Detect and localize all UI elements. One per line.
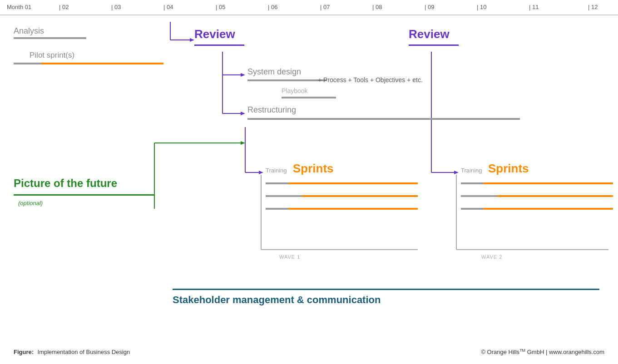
month-label-11: | 11 bbox=[529, 4, 539, 10]
sprints1-label: Sprints bbox=[293, 162, 334, 176]
training1-label: Training bbox=[266, 167, 287, 174]
figure-text: Implementation of Business Design bbox=[38, 349, 130, 355]
month-label-06: | 06 bbox=[268, 4, 277, 10]
wave1-row1-orange bbox=[288, 182, 418, 184]
month-label-10: | 10 bbox=[477, 4, 486, 10]
wave1-row2-orange bbox=[302, 195, 418, 197]
stakeholder-line bbox=[173, 289, 599, 290]
wave2-row3-orange bbox=[484, 208, 613, 210]
restructuring-label: Restructuring bbox=[247, 105, 296, 115]
month-label-02: | 02 bbox=[59, 4, 69, 10]
restructuring-bar bbox=[247, 118, 520, 120]
wave2-row2-orange bbox=[497, 195, 613, 197]
timeline-bar bbox=[0, 0, 618, 15]
system-design-bar bbox=[247, 79, 327, 81]
copyright-container: © Orange HillsTM GmbH | www.orangehills.… bbox=[481, 348, 604, 356]
month-label-04: | 04 bbox=[163, 4, 173, 10]
month-label-05: | 05 bbox=[216, 4, 225, 10]
optional-label: (optional) bbox=[18, 200, 43, 207]
analysis-label: Analysis bbox=[14, 26, 44, 36]
wave1-row3-gray bbox=[266, 208, 288, 210]
wave2-label: WAVE 2 bbox=[481, 254, 502, 260]
system-design-label: System design bbox=[247, 67, 301, 77]
svg-marker-5 bbox=[241, 73, 245, 77]
review2-underline bbox=[409, 44, 459, 46]
month-label-08: | 08 bbox=[372, 4, 382, 10]
month-label-03: | 03 bbox=[111, 4, 121, 10]
review2-label: Review bbox=[409, 27, 450, 41]
wave1-row3-orange bbox=[288, 208, 418, 210]
pilot-sprints-label: Pilot sprint(s) bbox=[30, 51, 74, 60]
figure-container: Figure: Implementation of Business Desig… bbox=[14, 348, 130, 356]
picture-future-underline bbox=[14, 194, 154, 196]
playbook-bar bbox=[282, 97, 336, 98]
svg-marker-17 bbox=[241, 141, 245, 145]
wave2-row1-gray bbox=[461, 182, 484, 184]
svg-marker-11 bbox=[259, 171, 263, 174]
figure-bold: Figure: bbox=[14, 349, 34, 355]
training2-label: Training bbox=[461, 167, 482, 174]
wave1-row1-gray bbox=[266, 182, 288, 184]
stakeholder-label: Stakeholder management & communication bbox=[173, 294, 381, 306]
analysis-bar bbox=[14, 37, 86, 39]
copyright-text: © Orange HillsTM GmbH | www.orangehills.… bbox=[481, 349, 604, 355]
diagram-container: Month 01 | 02 | 03 | 04 | 05 | 06 | 07 |… bbox=[0, 0, 618, 364]
wave1-row2-gray bbox=[266, 195, 302, 197]
review1-underline bbox=[194, 44, 244, 46]
month-label-09: | 09 bbox=[425, 4, 434, 10]
wave2-row2-gray bbox=[461, 195, 497, 197]
svg-marker-14 bbox=[454, 171, 459, 174]
sprints2-label: Sprints bbox=[488, 162, 529, 176]
month-label-07: | 07 bbox=[320, 4, 330, 10]
plus-items: + Process + Tools + Objectives + etc. bbox=[318, 75, 423, 86]
pilot-sprints-gray-bar bbox=[14, 63, 41, 64]
wave2-row3-gray bbox=[461, 208, 484, 210]
month-label-01: Month 01 bbox=[7, 4, 31, 10]
wave1-label: WAVE 1 bbox=[279, 254, 300, 260]
svg-marker-8 bbox=[241, 112, 245, 115]
pilot-sprints-orange-bar bbox=[41, 63, 163, 64]
month-label-12: | 12 bbox=[588, 4, 598, 10]
review1-label: Review bbox=[194, 27, 235, 41]
svg-marker-2 bbox=[190, 38, 194, 42]
picture-future-label: Picture of the future bbox=[14, 177, 117, 190]
wave2-row1-orange bbox=[484, 182, 613, 184]
playbook-label: Playbook bbox=[282, 87, 308, 94]
